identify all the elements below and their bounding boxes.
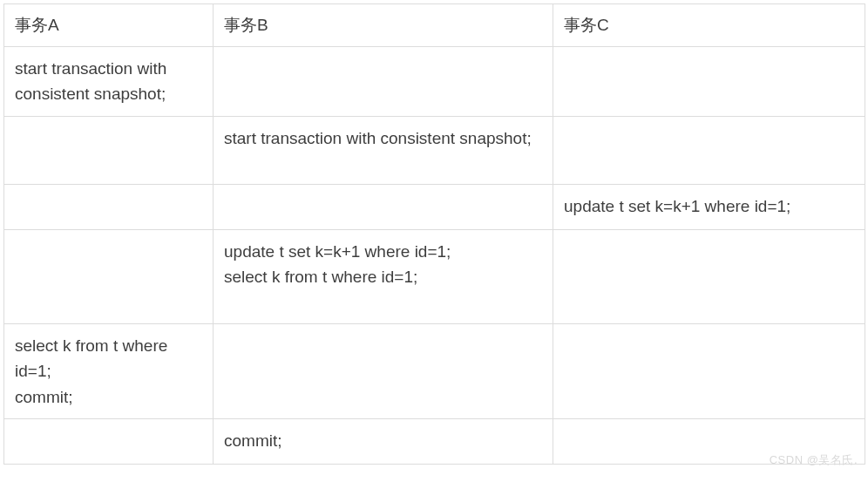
cell-txn-b (214, 323, 553, 418)
cell-txn-a (4, 229, 214, 323)
cell-txn-b: commit; (214, 419, 553, 465)
cell-txn-c (553, 229, 865, 323)
cell-txn-a (4, 419, 214, 465)
table-row: start transaction with consistent snapsh… (4, 47, 865, 117)
table-row: select k from t where id=1;commit; (4, 323, 865, 418)
table-row: update t set k=k+1 where id=1;select k f… (4, 229, 865, 323)
cell-txn-c (553, 47, 865, 117)
cell-txn-a (4, 116, 214, 184)
cell-txn-c (553, 116, 865, 184)
header-txn-a: 事务A (4, 4, 214, 47)
table-row: commit; (4, 419, 865, 465)
cell-txn-b: update t set k=k+1 where id=1;select k f… (214, 229, 553, 323)
cell-txn-c (553, 323, 865, 418)
cell-txn-a (4, 184, 214, 229)
cell-txn-b (214, 47, 553, 117)
cell-txn-c: update t set k=k+1 where id=1; (553, 184, 865, 229)
header-txn-b: 事务B (214, 4, 553, 47)
cell-txn-b (214, 184, 553, 229)
transaction-table: 事务A 事务B 事务C start transaction with consi… (3, 3, 865, 465)
watermark-text: CSDN @吴名氏. (770, 452, 858, 468)
table-row: update t set k=k+1 where id=1; (4, 184, 865, 229)
cell-txn-a: select k from t where id=1;commit; (4, 323, 214, 418)
table-row: start transaction with consistent snapsh… (4, 116, 865, 184)
cell-txn-b: start transaction with consistent snapsh… (214, 116, 553, 184)
header-txn-c: 事务C (553, 4, 865, 47)
cell-txn-a: start transaction with consistent snapsh… (4, 47, 214, 117)
table-header-row: 事务A 事务B 事务C (4, 4, 865, 47)
